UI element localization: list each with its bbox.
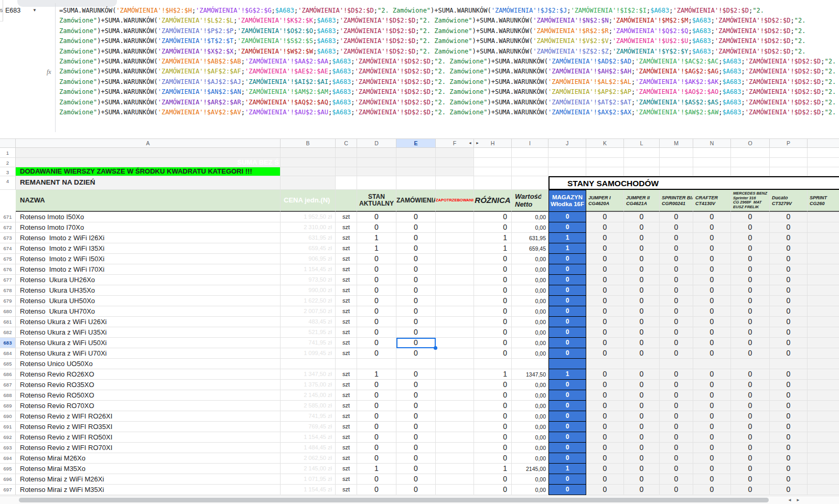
unit-cell[interactable]: szt	[336, 317, 357, 327]
vehicle-cell[interactable]: 0	[770, 296, 808, 306]
price-cell[interactable]: 973,50 zł	[281, 275, 336, 285]
vehicle-cell[interactable]: 0	[586, 348, 624, 359]
magazyn-cell[interactable]: 0	[548, 264, 586, 275]
vehicle-cell[interactable]	[808, 338, 839, 348]
grid-cell[interactable]	[336, 148, 357, 158]
row-header[interactable]: 679	[0, 296, 16, 306]
vehicle-cell[interactable]	[660, 359, 693, 369]
select-all-corner[interactable]	[0, 138, 16, 148]
vehicle-cell[interactable]: 0	[731, 390, 770, 401]
unit-cell[interactable]: szt	[336, 464, 357, 474]
product-name-cell[interactable]: Rotenso Imoto z WiFi I70Xi	[16, 264, 281, 275]
vehicle-cell[interactable]: 0	[770, 348, 808, 359]
row-header[interactable]: 688	[0, 390, 16, 401]
vehicle-cell[interactable]: 0	[770, 411, 808, 422]
grid-cell[interactable]	[396, 148, 436, 158]
vehicle-cell[interactable]	[808, 212, 839, 222]
price-cell[interactable]: 1 154,45 zł	[281, 432, 336, 443]
vehicle-cell[interactable]: 0	[624, 369, 660, 380]
roznica-cell[interactable]: 0	[474, 275, 512, 285]
zapotrzebowanie-cell[interactable]	[436, 390, 474, 401]
netto-cell[interactable]: 0,00	[512, 380, 548, 390]
grid-cell[interactable]	[586, 158, 624, 167]
vehicle-cell[interactable]: 0	[770, 338, 808, 348]
grid-cell[interactable]	[512, 176, 548, 190]
grid-cell[interactable]	[660, 158, 693, 167]
zamowienia-cell[interactable]: 0	[396, 317, 436, 327]
vehicle-cell[interactable]: 0	[624, 243, 660, 254]
magazyn-cell[interactable]: 0	[548, 296, 586, 306]
magazyn-cell[interactable]: 0	[548, 212, 586, 222]
netto-cell[interactable]: 0,00	[512, 327, 548, 338]
magazyn-cell[interactable]: 0	[548, 432, 586, 443]
stan-cell[interactable]: 0	[357, 390, 396, 401]
vehicle-cell[interactable]: 0	[660, 338, 693, 348]
grid-cell[interactable]	[474, 167, 512, 176]
stan-cell[interactable]: 0	[357, 222, 396, 233]
price-cell[interactable]: 2 145,00 zł	[281, 390, 336, 401]
unit-cell[interactable]	[336, 359, 357, 369]
row-header[interactable]: 690	[0, 411, 16, 422]
vehicle-cell[interactable]: 0	[693, 222, 731, 233]
zapotrzebowanie-cell[interactable]	[436, 327, 474, 338]
vehicle-cell[interactable]: 0	[693, 443, 731, 453]
grid-cell[interactable]	[396, 167, 436, 176]
grid-cell[interactable]	[548, 167, 586, 176]
vehicle-cell[interactable]: 0	[770, 212, 808, 222]
zamowienia-cell[interactable]: 0	[396, 212, 436, 222]
vehicle-cell[interactable]: 0	[624, 327, 660, 338]
vehicle-cell[interactable]: 0	[693, 285, 731, 296]
vehicle-cell[interactable]: 0	[624, 264, 660, 275]
vehicle-cell[interactable]: 0	[660, 212, 693, 222]
vehicle-cell[interactable]	[808, 443, 839, 453]
zamowienia-cell[interactable]: 0	[396, 233, 436, 243]
grid-cell[interactable]	[624, 148, 660, 158]
netto-cell[interactable]: 1347,50	[512, 369, 548, 380]
vehicle-cell[interactable]: 0	[624, 453, 660, 464]
stan-cell[interactable]: 0	[357, 348, 396, 359]
zapotrzebowanie-cell[interactable]	[436, 306, 474, 317]
vehicle-cell[interactable]: 0	[586, 380, 624, 390]
stan-cell[interactable]: 0	[357, 296, 396, 306]
vehicle-cell[interactable]: 0	[660, 275, 693, 285]
zamowienia-cell[interactable]: 0	[396, 485, 436, 495]
price-cell[interactable]: 2 585,00 zł	[281, 401, 336, 411]
zamowienia-cell[interactable]: 0	[396, 348, 436, 359]
vehicle-cell[interactable]	[808, 243, 839, 254]
grid-cell[interactable]	[474, 148, 512, 158]
product-name-cell[interactable]: Rotenso Ukura z WiFi U50Xi	[16, 338, 281, 348]
vehicle-cell[interactable]: 0	[586, 275, 624, 285]
netto-cell[interactable]: 0,00	[512, 485, 548, 495]
vehicle-header[interactable]: JUMPER ICG4620A	[586, 190, 624, 212]
vehicle-cell[interactable]: 0	[731, 432, 770, 443]
zamowienia-cell[interactable]: 0	[396, 474, 436, 485]
vehicle-cell[interactable]	[770, 359, 808, 369]
zamowienia-cell[interactable]: 0	[396, 411, 436, 422]
unhide-left-icon[interactable]: ◄	[468, 138, 472, 148]
vehicle-cell[interactable]: 0	[693, 348, 731, 359]
grid-cell[interactable]	[16, 148, 281, 158]
vehicle-cell[interactable]: 0	[693, 212, 731, 222]
vehicle-cell[interactable]: 0	[586, 285, 624, 296]
stan-cell[interactable]: 0	[357, 306, 396, 317]
grid-cell[interactable]	[512, 158, 548, 167]
vehicle-cell[interactable]: 0	[624, 296, 660, 306]
vehicle-cell[interactable]: 0	[770, 327, 808, 338]
roznica-cell[interactable]: 0	[474, 401, 512, 411]
zamowienia-cell[interactable]: 0	[396, 380, 436, 390]
nazwa-header[interactable]: NAZWA	[16, 190, 281, 212]
grid-cell[interactable]	[281, 158, 336, 167]
product-name-cell[interactable]: Rotenso Ukura z WiFi U35Xi	[16, 327, 281, 338]
vehicle-cell[interactable]: 0	[660, 327, 693, 338]
zapotrzebowanie-cell[interactable]	[436, 264, 474, 275]
price-cell[interactable]: 1 099,45 zł	[281, 348, 336, 359]
vehicle-cell[interactable]: 0	[731, 369, 770, 380]
vehicle-cell[interactable]: 0	[770, 254, 808, 264]
vehicle-cell[interactable]	[808, 348, 839, 359]
zapotrzebowanie-cell[interactable]	[436, 233, 474, 243]
price-cell[interactable]: 1 071,95 zł	[281, 474, 336, 485]
zamowienia-cell[interactable]: 0	[396, 327, 436, 338]
grid-cell[interactable]	[357, 167, 396, 176]
netto-cell[interactable]: 0,00	[512, 264, 548, 275]
zapotrzebowanie-header[interactable]: ZAPOTRZEBOWANIE	[436, 190, 474, 212]
